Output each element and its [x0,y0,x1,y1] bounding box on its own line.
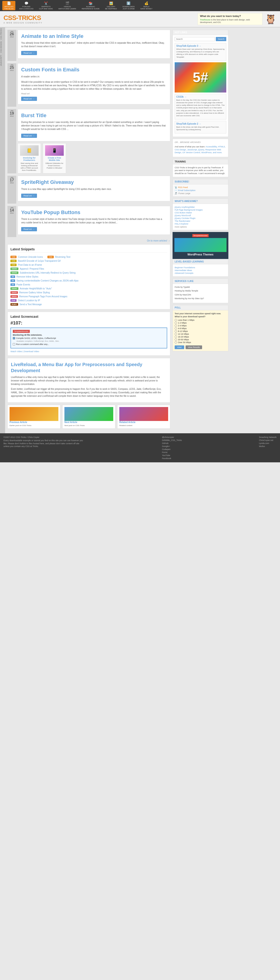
level-intermediate[interactable]: Intermediate Ideas [175,269,226,272]
search-button[interactable]: Search [216,37,226,41]
footer-twitter[interactable]: @chriscoyier [162,436,182,438]
sc-video-links: Watch Video | Download Video [11,350,167,353]
poll-opt-9: Over 50 Mbps [175,341,226,344]
date-jan-26: Jan 26 2012 [8,30,16,61]
footer-lynda[interactable]: Lynda.com [259,442,277,444]
ad-freshbooks: 📒 Invoicing for Freelancers Start saving… [18,143,41,173]
snippet-link-paste-events[interactable]: Paste Events [16,283,30,286]
more-options-link[interactable]: more options [175,226,187,228]
itunes-link[interactable]: 🎵 iTunes Large [175,192,226,194]
awesome-link-6[interactable]: The Randomator [175,220,226,223]
snippet-link-post-iframe[interactable]: Post Data to an iFrame [18,264,42,266]
sponsor-shoptalk-2: ShopTalk Episode 2 → Back in the show, w… [175,121,226,134]
question-box: What do you want to learn today? Treehou… [197,13,262,25]
site-header: CSS-TRICKS A WEB DESIGN COMMUNITY What d… [0,11,280,27]
snippet-link-remove-paragraph[interactable]: Remove Paragraph Tags From Around Images [19,295,67,298]
snippet-item-8: JS Paste Events [11,283,167,286]
radio-4[interactable] [175,327,177,329]
footer-github[interactable]: GitHub [162,442,182,444]
snippet-link-animate-height[interactable]: Animate Height/Width to "Auto" [20,287,52,290]
sc-check-1-sub: Available compilers: CoffeeScript, Eco, … [13,340,165,342]
poll-opt-1: Less than 1 Mbps [175,319,226,321]
radio-8[interactable] [175,339,177,341]
search-input[interactable] [175,37,215,41]
level-advanced[interactable]: Advanced Concepts [175,272,226,275]
article-burst-h2: Burst Title [21,113,167,119]
footer-facebook[interactable]: Facebook [162,457,182,460]
burst-read-more[interactable]: Read on! → [21,134,37,138]
sponsor-title-3[interactable]: ShopTalk Episode 2 → [176,123,225,125]
radio-1[interactable] [175,319,177,321]
watch-video-link[interactable]: Watch Video [11,350,22,353]
hash-symbol: # [200,69,208,85]
v-label-2: CSS DESIGN [0,40,5,54]
nav-snippets[interactable]: ✂️ SNIPPETS CLIP AND SAVE [37,1,55,10]
animate-read-more[interactable]: Read on! → [21,51,37,55]
snippet-link-append[interactable]: Append / Prepend Files [20,267,44,270]
footer-codepen[interactable]: Codepen [162,448,182,450]
article-burst-wrapper: Burst Title During the previews for a mo… [18,109,170,173]
snippet-link-remove-inline[interactable]: Remove Inline Styles [16,275,38,278]
snippet-item-1b: CSS Reversing Text [48,255,70,259]
sprite-read-more[interactable]: Read on! → [21,194,37,198]
sponsor-shoptalk-3: ShopTalk Episode 3 → Where Dave and I ar… [175,43,226,61]
footer-forrst[interactable]: Forrst [162,451,182,453]
wp-logo: TemplateMonster [192,234,208,237]
awesome-link-1[interactable]: jQuery AnythingSlider [175,206,226,208]
radio-6[interactable] [175,333,177,335]
level-title: LEVEL-BASED LEARNING [173,259,228,264]
footer-wufoo[interactable]: Wufoo [259,445,277,447]
radio-2[interactable] [175,322,177,324]
footer-twitter-link[interactable]: Dribbble_CSS_Tricks [162,439,182,441]
on-to-more-link[interactable]: On to more articles! → [8,239,170,242]
snippet-link-subdirectories[interactable]: Subdirectories URL Internally Redirect t… [20,272,76,274]
rss-link[interactable]: 📡 RSS Feed [175,186,226,189]
article-fonts-body2: Would it be possible to draw an entire t… [21,80,167,91]
awesome-link-7[interactable]: HSLA Explorer [175,223,226,225]
awesome-link-5[interactable]: jQuery Circlular Plugin [175,217,226,220]
awesome-link-4[interactable]: jQuery NiceScroll [175,214,226,217]
footer-chriscoyier[interactable]: ChrisCoyier.net [259,439,277,441]
footer-smashing[interactable]: Smashing Network [259,436,277,438]
level-beginner[interactable]: Beginner Foundations [175,266,226,269]
radio-3[interactable] [175,325,177,327]
vote-button[interactable]: Vote! [175,345,184,349]
snippet-tag-13: RUBY [11,303,18,305]
nav-downloads[interactable]: ⬇️ DOWNLOADS JUST A GRAB [121,1,137,10]
on-to-more-wrapper: On to more articles! → [8,239,170,242]
download-video-link[interactable]: Download Video [24,350,39,353]
radio-7[interactable] [175,336,177,338]
radio-9[interactable] [175,341,177,344]
snippet-link-contenteditable[interactable]: Saving contenteditable Content Changes a… [16,279,79,282]
results-button[interactable]: View Results [186,345,202,349]
nav-forums[interactable]: 💬 FORUMS ASK & DISCUSS [17,1,35,10]
snippet-link-detect-location[interactable]: Detect Location by IP [18,299,40,302]
footer-youtube[interactable]: YouTube [162,454,182,457]
fonts-read-more[interactable]: Read on! → [21,97,37,101]
footer-google[interactable]: Google+ [162,445,182,447]
snippet-link-common-icons[interactable]: Common Unicode Icons [18,256,43,258]
awesome-link-3[interactable]: CSS Button Maker [175,211,226,214]
awesome-link-2[interactable]: Full Page Background Images [175,208,226,211]
radio-5[interactable] [175,330,177,332]
snippet-link-send-text[interactable]: Send a Text Message [19,303,42,305]
youtube-read-more[interactable]: Read on! → [21,227,37,231]
snippet-link-remove-gallery[interactable]: Remove Gallery Inline Styling [19,291,50,294]
nav-articles[interactable]: 📄 ARTICLES THE BLOG [2,1,15,10]
sponsor-title-1[interactable]: ShopTalk Episode 3 → [176,45,225,47]
sponsor-title-2[interactable]: CSS3k → [176,95,225,98]
nav-gallery[interactable]: 🖼️ GALLERY BE INSPIRED [103,1,119,10]
treehouse-link[interactable]: Treehouse [200,19,210,21]
nav-almanac[interactable]: 📚 ALMANAC REFERENCE GUIDE [80,1,102,10]
preview-title-1: Previous Article [10,421,58,423]
email-link[interactable]: ✉️ Email Subscription [175,189,226,191]
snippet-link-base64[interactable]: Base64 Encode of 1x1px Transparent Gif [18,259,60,262]
vertical-sidebar: CSS-TRICKS CSS DESIGN JAVASCRIPT [0,27,5,433]
sponsor-body-1: Where Dave and I are joined by Chris Enn… [176,48,225,58]
article-sprite-right: SpriteRight Giveaway There is a new Mac … [18,176,170,201]
nav-deals[interactable]: 💰 DEALS SAVE MONEY [138,1,154,10]
nav-gallery-label: GALLERY BE INSPIRED [105,6,117,10]
ad-mobile-img: 📱 [45,145,64,156]
snippet-link-reversing-text[interactable]: Reversing Text [55,256,70,258]
nav-videos[interactable]: 🎬 VIDEOS WATCH AND LEARN [57,1,78,10]
